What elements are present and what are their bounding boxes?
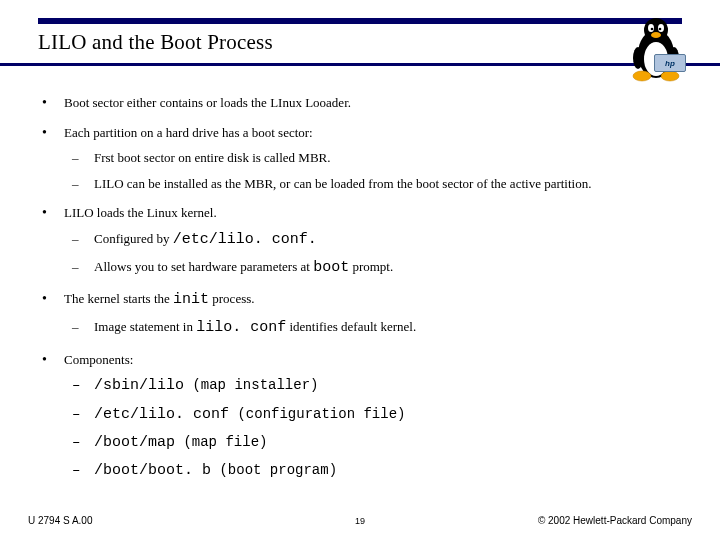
- sub-item: /etc/lilo. conf (configuration file): [64, 405, 682, 425]
- sub-item: /boot/map (map file): [64, 433, 682, 453]
- footer-copyright: © 2002 Hewlett-Packard Company: [538, 515, 692, 526]
- code-text: boot: [313, 259, 349, 276]
- sub-list: Frst boot sector on entire disk is calle…: [64, 149, 682, 192]
- sub-text: Frst boot sector on entire disk is calle…: [94, 150, 331, 165]
- svg-point-6: [659, 28, 662, 31]
- svg-point-5: [651, 28, 654, 31]
- bullet-item: Boot sector either contains or loads the…: [38, 94, 682, 112]
- code-text: /boot/map: [94, 434, 175, 451]
- svg-point-9: [661, 71, 679, 81]
- sub-list: Configured by /etc/lilo. conf. Allows yo…: [64, 230, 682, 279]
- sub-item: Configured by /etc/lilo. conf.: [64, 230, 682, 250]
- footer-left: U 2794 S A.00: [28, 515, 93, 526]
- sub-text: Allows you to set hardware parameters at: [94, 259, 313, 274]
- slide-title: LILO and the Boot Process: [38, 30, 682, 55]
- bullet-text: Boot sector either contains or loads the…: [64, 95, 351, 110]
- bullet-text: The kernel starts the: [64, 291, 173, 306]
- sub-item: /boot/boot. b (boot program): [64, 461, 682, 481]
- code-text: /boot/boot. b: [94, 462, 211, 479]
- sub-list: Image statement in lilo. conf identifies…: [64, 318, 682, 338]
- sub-text: prompt.: [349, 259, 393, 274]
- sub-text: (configuration file): [229, 406, 405, 422]
- sub-list: /sbin/lilo (map installer) /etc/lilo. co…: [64, 376, 682, 481]
- hp-logo-icon: hp: [654, 54, 686, 72]
- sub-text: LILO can be installed as the MBR, or can…: [94, 176, 591, 191]
- svg-point-3: [648, 24, 654, 32]
- sub-item: Allows you to set hardware parameters at…: [64, 258, 682, 278]
- slide-container: LILO and the Boot Process hp Boot sector…: [0, 0, 720, 540]
- svg-point-4: [658, 24, 664, 32]
- sub-text: identifies default kernel.: [286, 319, 416, 334]
- sub-text: (map file): [175, 434, 267, 450]
- code-text: /sbin/lilo: [94, 377, 184, 394]
- bullet-text: process.: [209, 291, 255, 306]
- hp-logo-text: hp: [665, 59, 675, 68]
- code-text: init: [173, 291, 209, 308]
- sub-item: Frst boot sector on entire disk is calle…: [64, 149, 682, 167]
- sub-text: Image statement in: [94, 319, 196, 334]
- svg-point-7: [651, 32, 661, 38]
- bullet-item: Each partition on a hard drive has a boo…: [38, 124, 682, 193]
- sub-item: Image statement in lilo. conf identifies…: [64, 318, 682, 338]
- svg-point-10: [633, 47, 643, 69]
- bullet-item: LILO loads the Linux kernel. Configured …: [38, 204, 682, 278]
- bullet-text: Each partition on a hard drive has a boo…: [64, 125, 313, 140]
- sub-item: LILO can be installed as the MBR, or can…: [64, 175, 682, 193]
- bullet-text: Components:: [64, 352, 133, 367]
- bullet-list: Boot sector either contains or loads the…: [38, 94, 682, 481]
- bullet-item: Components: /sbin/lilo (map installer) /…: [38, 351, 682, 482]
- code-text: lilo. conf: [196, 319, 286, 336]
- sub-text: (boot program): [211, 462, 337, 478]
- footer: U 2794 S A.00 19 © 2002 Hewlett-Packard …: [0, 504, 720, 528]
- bullet-item: The kernel starts the init process. Imag…: [38, 290, 682, 339]
- sub-item: /sbin/lilo (map installer): [64, 376, 682, 396]
- page-number: 19: [355, 516, 365, 526]
- sub-text: (map installer): [184, 377, 318, 393]
- sub-text: Configured by: [94, 231, 173, 246]
- title-bar: LILO and the Boot Process: [38, 18, 682, 55]
- svg-point-2: [644, 18, 668, 42]
- title-underline: [0, 63, 720, 66]
- code-text: /etc/lilo. conf: [94, 406, 229, 423]
- svg-point-8: [633, 71, 651, 81]
- code-text: /etc/lilo. conf.: [173, 231, 317, 248]
- tux-icon: [626, 14, 686, 84]
- bullet-text: LILO loads the Linux kernel.: [64, 205, 217, 220]
